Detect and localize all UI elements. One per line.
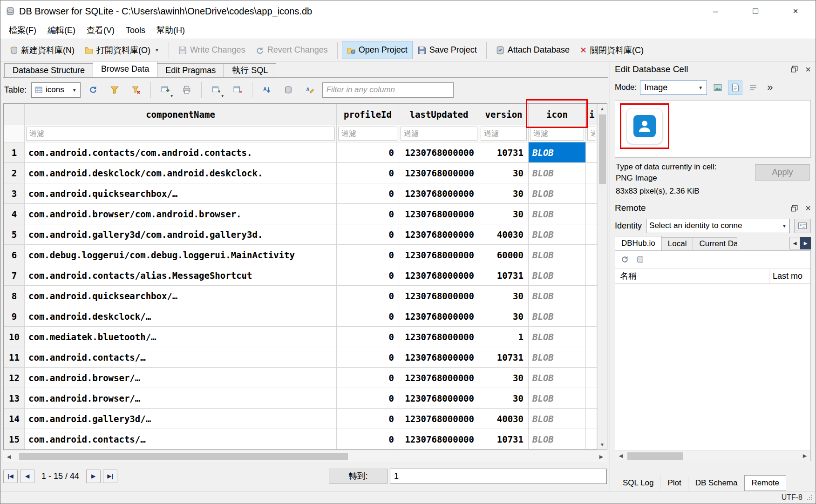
cell-partial[interactable]: [586, 388, 597, 409]
float-panel-icon[interactable]: [791, 66, 798, 73]
remote-horizontal-scrollbar[interactable]: ◀ ▶: [615, 450, 810, 461]
cell-profileId[interactable]: 0: [337, 409, 399, 429]
open-database-button[interactable]: 打開資料庫(O) ▼: [80, 40, 164, 60]
cell-profileId[interactable]: 0: [337, 204, 399, 224]
cell-lastUpdated[interactable]: 1230768000000: [399, 368, 479, 388]
tab-edit-pragmas[interactable]: Edit Pragmas: [157, 63, 224, 77]
cell-version[interactable]: 30: [479, 183, 529, 204]
horizontal-scrollbar[interactable]: ◀ ▶: [3, 451, 607, 462]
cell-partial[interactable]: [586, 347, 597, 368]
column-filter-input[interactable]: 過濾: [26, 127, 335, 141]
menu-help[interactable]: 幫助(H): [151, 22, 190, 38]
row-number[interactable]: 8: [4, 286, 25, 306]
column-filter-input[interactable]: 過濾: [401, 127, 477, 141]
cell-icon-blob[interactable]: BLOB: [529, 409, 586, 429]
table-selector[interactable]: icons ▼: [31, 82, 81, 98]
menu-file[interactable]: 檔案(F): [3, 22, 42, 38]
cell-lastUpdated[interactable]: 1230768000000: [399, 142, 479, 163]
cell-version[interactable]: 60000: [479, 245, 529, 265]
remote-column-name[interactable]: 名稱: [615, 269, 769, 283]
tab-dbhub[interactable]: DBHub.io: [615, 236, 662, 250]
cell-icon-blob[interactable]: BLOB: [529, 388, 586, 409]
tab-current-database[interactable]: Current Dat: [693, 237, 737, 250]
cell-lastUpdated[interactable]: 1230768000000: [399, 347, 479, 368]
remote-clone-db-icon[interactable]: [636, 255, 644, 263]
scroll-left-icon[interactable]: ◀: [3, 454, 14, 460]
row-number[interactable]: 1: [4, 142, 25, 163]
import-identity-button[interactable]: [794, 219, 811, 233]
cell-version[interactable]: 10731: [479, 429, 529, 450]
cell-lastUpdated[interactable]: 1230768000000: [399, 388, 479, 409]
remote-column-last-modified[interactable]: Last mo: [769, 271, 810, 281]
scroll-up-icon[interactable]: ▲: [598, 104, 607, 114]
float-panel-icon[interactable]: [791, 205, 798, 212]
cell-componentName[interactable]: com.android.contacts/com.android.contact…: [25, 142, 337, 163]
mode-selector[interactable]: Image ▼: [640, 81, 707, 95]
cell-partial[interactable]: [586, 204, 597, 224]
close-button[interactable]: ×: [775, 0, 816, 22]
menu-tools[interactable]: Tools: [120, 23, 151, 38]
cell-version[interactable]: 40030: [479, 224, 529, 245]
cell-partial[interactable]: [586, 163, 597, 183]
cell-profileId[interactable]: 0: [337, 183, 399, 204]
insert-record-button[interactable]: ▼: [207, 81, 225, 99]
cell-profileId[interactable]: 0: [337, 388, 399, 409]
scroll-right-icon[interactable]: ▶: [799, 453, 810, 459]
tab-scroll-right-icon[interactable]: ▶: [800, 237, 811, 249]
encoding-label[interactable]: UTF-8: [782, 493, 802, 502]
edit-cell-tool-button[interactable]: A: [301, 81, 319, 99]
tab-local[interactable]: Local: [661, 237, 694, 250]
cell-profileId[interactable]: 0: [337, 286, 399, 306]
maximize-button[interactable]: □: [735, 0, 775, 22]
row-number[interactable]: 9: [4, 306, 25, 327]
previous-record-button[interactable]: ◀: [20, 470, 34, 483]
refresh-button[interactable]: [84, 81, 102, 99]
cell-lastUpdated[interactable]: 1230768000000: [399, 163, 479, 183]
cell-componentName[interactable]: com.android.gallery3d/…: [25, 409, 337, 429]
cell-version[interactable]: 10731: [479, 142, 529, 163]
row-number[interactable]: 3: [4, 183, 25, 204]
tab-plot[interactable]: Plot: [660, 475, 688, 491]
cell-profileId[interactable]: 0: [337, 327, 399, 347]
filter-button[interactable]: [106, 81, 123, 99]
cell-icon-blob-selected[interactable]: BLOB: [529, 142, 586, 163]
cell-partial[interactable]: [586, 409, 597, 429]
import-image-button[interactable]: [710, 81, 725, 95]
column-filter-input[interactable]: 過濾: [481, 127, 527, 141]
delete-record-button[interactable]: [229, 81, 246, 99]
apply-button[interactable]: Apply: [755, 164, 810, 181]
cell-lastUpdated[interactable]: 1230768000000: [399, 204, 479, 224]
cell-lastUpdated[interactable]: 1230768000000: [399, 183, 479, 204]
cell-icon-blob[interactable]: BLOB: [529, 265, 586, 286]
cell-icon-blob[interactable]: BLOB: [529, 245, 586, 265]
row-number[interactable]: 15: [4, 429, 25, 450]
menu-edit[interactable]: 編輯(E): [42, 22, 81, 38]
cell-icon-blob[interactable]: BLOB: [529, 368, 586, 388]
cell-partial[interactable]: [586, 265, 597, 286]
column-header-profileId[interactable]: profileId: [337, 104, 399, 125]
cell-partial[interactable]: [586, 183, 597, 204]
remote-scrollbar-thumb[interactable]: [627, 452, 683, 460]
row-number[interactable]: 14: [4, 409, 25, 429]
cell-version[interactable]: 30: [479, 368, 529, 388]
cell-icon-blob[interactable]: BLOB: [529, 429, 586, 450]
row-number[interactable]: 4: [4, 204, 25, 224]
vertical-scrollbar-thumb[interactable]: [599, 114, 606, 184]
cell-profileId[interactable]: 0: [337, 347, 399, 368]
resize-grip-icon[interactable]: [806, 494, 813, 501]
cell-componentName[interactable]: com.debug.loggerui/com.debug.loggerui.Ma…: [25, 245, 337, 265]
text-view-button[interactable]: [728, 81, 742, 95]
cell-componentName[interactable]: com.android.deskclock/…: [25, 306, 337, 327]
attach-database-button[interactable]: Attach Database: [491, 41, 575, 59]
cell-componentName[interactable]: com.android.browser/…: [25, 388, 337, 409]
cell-lastUpdated[interactable]: 1230768000000: [399, 224, 479, 245]
clear-filter-button[interactable]: [127, 81, 145, 99]
cell-componentName[interactable]: com.android.quicksearchbox/…: [25, 183, 337, 204]
cell-partial[interactable]: [586, 306, 597, 327]
cell-profileId[interactable]: 0: [337, 306, 399, 327]
close-panel-icon[interactable]: ×: [805, 65, 811, 74]
cell-icon-blob[interactable]: BLOB: [529, 204, 586, 224]
tab-scroll-left-icon[interactable]: ◀: [789, 237, 800, 249]
identity-selector[interactable]: Select an identity to conne ▼: [646, 219, 790, 233]
open-project-button[interactable]: Open Project: [342, 41, 413, 59]
